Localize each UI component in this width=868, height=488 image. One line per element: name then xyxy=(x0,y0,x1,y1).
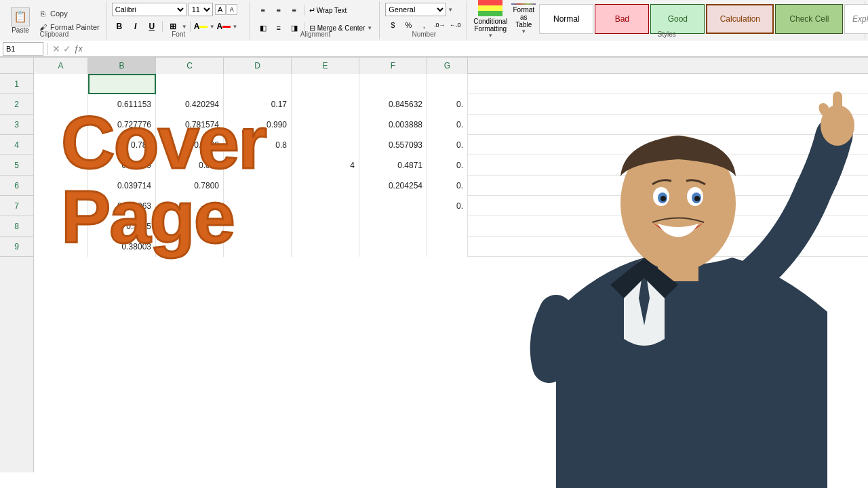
normal-style-label: Normal xyxy=(553,14,580,24)
cell-a3[interactable] xyxy=(34,115,88,135)
row-7[interactable]: 7 xyxy=(0,196,33,216)
cell-b3[interactable]: 0.727776 xyxy=(88,115,156,135)
align-top-right-button[interactable]: ≡ xyxy=(287,3,302,18)
cell-a9[interactable] xyxy=(34,237,88,257)
cell-a7[interactable] xyxy=(34,196,88,216)
normal-style-button[interactable]: Normal xyxy=(539,4,593,34)
cell-d3[interactable]: 0.990 xyxy=(224,115,292,135)
number-format-select[interactable]: General xyxy=(385,3,446,16)
row-6[interactable]: 6 xyxy=(0,176,33,196)
cell-c4[interactable]: 0.7330 xyxy=(156,135,224,155)
row-1[interactable]: 1 xyxy=(0,74,33,94)
cell-b7[interactable]: 0.192963 xyxy=(88,196,156,216)
formula-bar-divider xyxy=(47,43,48,55)
cell-b2[interactable]: 0.611153 xyxy=(88,94,156,115)
cell-d7[interactable] xyxy=(224,196,292,216)
clipboard-group-label: Clipboard xyxy=(3,30,106,38)
cell-e8[interactable] xyxy=(292,216,359,237)
increase-font-button[interactable]: A xyxy=(215,4,226,15)
cell-e1[interactable] xyxy=(292,74,359,94)
wrap-text-icon: ↵ xyxy=(309,6,315,15)
format-as-table-label: Format asTable xyxy=(511,6,536,28)
cell-e9[interactable] xyxy=(292,237,359,257)
cell-c6[interactable]: 0.7800 xyxy=(156,176,224,196)
copy-button[interactable]: ⎘ Copy xyxy=(35,7,102,20)
cell-c7[interactable] xyxy=(156,196,224,216)
font-size-select[interactable]: 11 xyxy=(189,3,213,16)
cell-e6[interactable] xyxy=(292,176,359,196)
align-top-left-button[interactable]: ≡ xyxy=(256,3,271,18)
decrease-font-button[interactable]: A xyxy=(226,4,237,15)
cell-d2[interactable]: 0.17 xyxy=(224,94,292,115)
svg-point-6 xyxy=(660,196,666,201)
bad-style-label: Bad xyxy=(615,14,629,24)
check-cell-style-label: Check Cell xyxy=(789,14,829,24)
col-header-d[interactable]: D xyxy=(224,58,292,74)
cell-e7[interactable] xyxy=(292,196,359,216)
cell-a1[interactable] xyxy=(34,74,88,94)
svg-point-7 xyxy=(694,196,700,201)
cell-a8[interactable] xyxy=(34,216,88,237)
calculation-style-label: Calculation xyxy=(720,14,760,24)
cell-c5[interactable]: 0.052 xyxy=(156,155,224,176)
cell-b6[interactable]: 0.039714 xyxy=(88,176,156,196)
cancel-formula-icon[interactable]: ✕ xyxy=(52,43,60,54)
cell-c9[interactable] xyxy=(156,237,224,257)
cell-a2[interactable] xyxy=(34,94,88,115)
explanatory-style-button[interactable]: Explanatory ... xyxy=(844,4,868,34)
good-style-button[interactable]: Good xyxy=(650,4,705,34)
cell-a5[interactable] xyxy=(34,155,88,176)
cell-a4[interactable] xyxy=(34,135,88,155)
align-top-center-button[interactable]: ≡ xyxy=(271,3,286,18)
col-header-b[interactable]: B xyxy=(88,58,156,74)
calculation-style-button[interactable]: Calculation xyxy=(706,4,774,34)
formula-icons: ✕ ✓ ƒx xyxy=(52,43,83,54)
col-header-a[interactable]: A xyxy=(34,58,88,74)
copy-icon: ⎘ xyxy=(37,8,48,19)
row-9[interactable]: 9 xyxy=(0,237,33,257)
row-4[interactable]: 4 xyxy=(0,135,33,155)
bad-style-button[interactable]: Bad xyxy=(595,4,649,34)
row-8[interactable]: 8 xyxy=(0,216,33,237)
cell-c3[interactable]: 0.781574 xyxy=(156,115,224,135)
cell-d9[interactable] xyxy=(224,237,292,257)
number-group: General ▼ $ % , .0→ ←.0 Number xyxy=(381,1,467,39)
cell-b9[interactable]: 0.38003 xyxy=(88,237,156,257)
insert-function-icon[interactable]: ƒx xyxy=(74,44,83,54)
col-header-e[interactable]: E xyxy=(292,58,359,74)
cell-b5[interactable]: 0.44689 xyxy=(88,155,156,176)
cell-d8[interactable] xyxy=(224,216,292,237)
row-5[interactable]: 5 xyxy=(0,155,33,176)
font-family-select[interactable]: Calibri xyxy=(112,3,186,16)
cell-c1[interactable] xyxy=(156,74,224,94)
cell-d1[interactable] xyxy=(224,74,292,94)
paste-icon: 📋 xyxy=(11,7,30,26)
formula-input[interactable] xyxy=(85,42,865,56)
wrap-text-label: Wrap Text xyxy=(317,7,347,14)
cell-reference-input[interactable] xyxy=(3,42,43,56)
row-2[interactable]: 2 xyxy=(0,94,33,115)
cell-c2[interactable]: 0.420294 xyxy=(156,94,224,115)
cell-b1[interactable] xyxy=(88,74,156,94)
cell-e2[interactable] xyxy=(292,94,359,115)
person-illustration xyxy=(407,54,868,488)
cell-d6[interactable] xyxy=(224,176,292,196)
check-cell-style-button[interactable]: Check Cell xyxy=(775,4,843,34)
good-style-label: Good xyxy=(668,14,688,24)
cell-c8[interactable] xyxy=(156,216,224,237)
alignment-group: ≡ ≡ ≡ ↵ Wrap Text ◧ ≡ ◨ ⊟ Mer xyxy=(252,1,380,39)
cell-b8[interactable]: 0.5615 xyxy=(88,216,156,237)
confirm-formula-icon[interactable]: ✓ xyxy=(63,43,71,54)
clipboard-group: 📋 Paste ⎘ Copy 🖌 Format Painter Clipboar… xyxy=(3,1,106,39)
row-3[interactable]: 3 xyxy=(0,115,33,135)
col-header-c[interactable]: C xyxy=(156,58,224,74)
row-numbers: 1 2 3 4 5 6 7 8 9 xyxy=(0,74,34,472)
wrap-text-button[interactable]: ↵ Wrap Text xyxy=(307,5,350,16)
cell-d5[interactable] xyxy=(224,155,292,176)
cell-a6[interactable] xyxy=(34,176,88,196)
cell-e3[interactable] xyxy=(292,115,359,135)
cell-e4[interactable] xyxy=(292,135,359,155)
cell-b4[interactable]: 0.784 xyxy=(88,135,156,155)
cell-d4[interactable]: 0.8 xyxy=(224,135,292,155)
cell-e5[interactable]: 4 xyxy=(292,155,359,176)
